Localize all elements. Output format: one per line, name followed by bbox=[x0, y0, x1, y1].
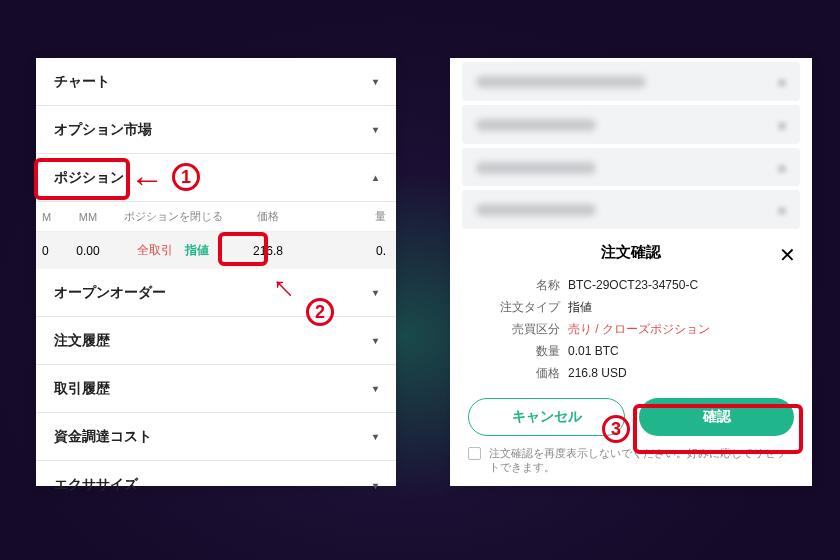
value-qty: 0.01 BTC bbox=[568, 340, 794, 362]
value-price: 216.8 USD bbox=[568, 362, 794, 384]
confirm-button[interactable]: 確認 bbox=[639, 398, 794, 436]
label-order-type: 注文タイプ bbox=[468, 296, 568, 318]
dont-show-checkbox[interactable] bbox=[468, 447, 481, 460]
blurred-row bbox=[462, 148, 800, 187]
cell-price: 216.8 bbox=[228, 244, 308, 258]
chevron-down-icon bbox=[373, 383, 378, 394]
blurred-row bbox=[462, 105, 800, 144]
blurred-row bbox=[462, 190, 800, 229]
position-table-row: 0 0.00 全取引 指値 216.8 0. bbox=[36, 232, 396, 269]
dialog-title: 注文確認 bbox=[468, 243, 794, 262]
accordion-label: 取引履歴 bbox=[54, 380, 110, 398]
cell-qty: 0. bbox=[308, 244, 396, 258]
chevron-down-icon bbox=[373, 124, 378, 135]
position-table-header: M MM ポジションを閉じる 価格 量 bbox=[36, 202, 396, 232]
chevron-down-icon bbox=[373, 431, 378, 442]
cancel-button[interactable]: キャンセル bbox=[468, 398, 625, 436]
close-limit-link[interactable]: 指値 bbox=[185, 242, 209, 259]
label-qty: 数量 bbox=[468, 340, 568, 362]
accordion-options-market[interactable]: オプション市場 bbox=[36, 106, 396, 154]
value-side: 売り / クローズポジション bbox=[568, 318, 794, 340]
chevron-down-icon bbox=[373, 335, 378, 346]
accordion-order-history[interactable]: 注文履歴 bbox=[36, 317, 396, 365]
chevron-down-icon bbox=[373, 287, 378, 298]
cell-mm: 0.00 bbox=[58, 244, 118, 258]
accordion-trade-history[interactable]: 取引履歴 bbox=[36, 365, 396, 413]
col-price: 価格 bbox=[228, 209, 308, 224]
accordion-chart[interactable]: チャート bbox=[36, 58, 396, 106]
col-close-pos: ポジションを閉じる bbox=[118, 209, 228, 224]
accordion-label: 注文履歴 bbox=[54, 332, 110, 350]
col-qty: 量 bbox=[308, 209, 396, 224]
col-m: M bbox=[36, 211, 58, 223]
accordion-position[interactable]: ポジション bbox=[36, 154, 396, 202]
accordion-funding[interactable]: 資金調達コスト bbox=[36, 413, 396, 461]
chevron-down-icon bbox=[373, 480, 378, 491]
label-price: 価格 bbox=[468, 362, 568, 384]
cell-close-pos: 全取引 指値 bbox=[118, 242, 228, 259]
dont-show-label: 注文確認を再度表示しないでください。好みに応じてリセットできます。 bbox=[489, 446, 794, 474]
dont-show-again-row: 注文確認を再度表示しないでください。好みに応じてリセットできます。 bbox=[468, 446, 794, 474]
cell-m: 0 bbox=[36, 244, 58, 258]
accordion-label: オープンオーダー bbox=[54, 284, 166, 302]
blurred-row bbox=[462, 62, 800, 101]
accordion-label: 資金調達コスト bbox=[54, 428, 152, 446]
accordion-label: エクササイズ bbox=[54, 476, 138, 494]
accordion-open-orders[interactable]: オープンオーダー bbox=[36, 269, 396, 317]
close-all-link[interactable]: 全取引 bbox=[137, 242, 173, 259]
value-order-type: 指値 bbox=[568, 296, 794, 318]
accordion-exercise[interactable]: エクササイズ bbox=[36, 461, 396, 509]
label-side: 売買区分 bbox=[468, 318, 568, 340]
chevron-up-icon bbox=[373, 172, 378, 183]
value-name: BTC-29OCT23-34750-C bbox=[568, 274, 794, 296]
left-panel: チャート オプション市場 ポジション M MM ポジションを閉じる 価格 量 0… bbox=[36, 58, 396, 486]
col-mm: MM bbox=[58, 211, 118, 223]
accordion-label: チャート bbox=[54, 73, 110, 91]
accordion-label: ポジション bbox=[54, 169, 124, 187]
right-panel: 注文確認 ✕ 名称 BTC-29OCT23-34750-C 注文タイプ 指値 売… bbox=[450, 58, 812, 486]
order-confirm-dialog: 注文確認 ✕ 名称 BTC-29OCT23-34750-C 注文タイプ 指値 売… bbox=[450, 229, 812, 486]
chevron-down-icon bbox=[373, 76, 378, 87]
accordion-label: オプション市場 bbox=[54, 121, 152, 139]
label-name: 名称 bbox=[468, 274, 568, 296]
close-icon[interactable]: ✕ bbox=[779, 243, 796, 267]
